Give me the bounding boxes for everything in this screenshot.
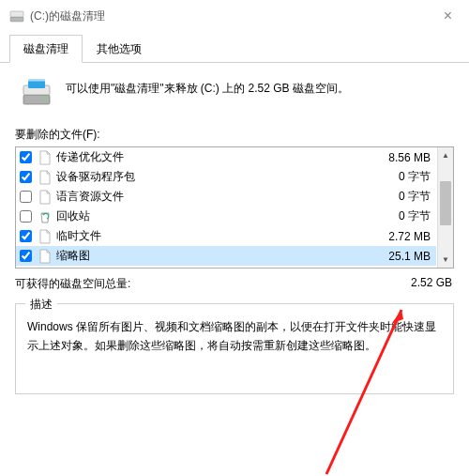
file-name: 缩略图 (56, 248, 365, 264)
file-icon (38, 170, 53, 185)
file-row[interactable]: 语言资源文件0 字节 (16, 187, 436, 207)
intro-row: 可以使用"磁盘清理"来释放 (C:) 上的 2.52 GB 磁盘空间。 (15, 76, 454, 108)
cleanup-drive-icon (21, 76, 53, 108)
file-icon (38, 229, 53, 244)
file-icon (38, 190, 53, 205)
file-size: 2.72 MB (365, 230, 431, 243)
tab-bar: 磁盘清理 其他选项 (0, 34, 469, 63)
file-row[interactable]: 缩略图25.1 MB (16, 246, 436, 266)
file-row[interactable]: 临时文件2.72 MB (16, 226, 436, 246)
content: 可以使用"磁盘清理"来释放 (C:) 上的 2.52 GB 磁盘空间。 要删除的… (0, 63, 469, 404)
file-row[interactable]: 设备驱动程序包0 字节 (16, 167, 436, 187)
titlebar: (C:)的磁盘清理 (0, 0, 469, 30)
svg-point-2 (20, 19, 22, 21)
description-legend: 描述 (25, 297, 57, 313)
file-name: 传递优化文件 (56, 149, 365, 165)
scroll-up-button[interactable]: ▲ (438, 147, 453, 163)
svg-rect-7 (28, 79, 45, 82)
file-row[interactable]: 回收站0 字节 (16, 207, 436, 226)
file-name: 临时文件 (56, 228, 365, 244)
description-text: Windows 保留所有图片、视频和文档缩略图的副本，以便在打开文件夹时能快速显… (27, 317, 442, 356)
scroll-thumb[interactable] (440, 181, 451, 225)
tab-other-options[interactable]: 其他选项 (83, 35, 156, 63)
file-checkbox[interactable] (20, 230, 32, 242)
files-label: 要删除的文件(F): (15, 127, 454, 143)
file-size: 25.1 MB (365, 250, 431, 263)
file-checkbox[interactable] (20, 250, 32, 262)
file-checkbox[interactable] (20, 171, 32, 183)
close-button[interactable]: × (436, 6, 460, 26)
description-group: 描述 Windows 保留所有图片、视频和文档缩略图的副本，以便在打开文件夹时能… (15, 303, 454, 394)
file-checkbox[interactable] (20, 210, 32, 223)
file-icon (38, 150, 53, 165)
drive-icon (9, 8, 24, 23)
file-name: 回收站 (56, 208, 365, 224)
file-row[interactable]: 传递优化文件8.56 MB (16, 147, 436, 167)
file-list: 传递优化文件8.56 MB设备驱动程序包0 字节语言资源文件0 字节回收站0 字… (15, 146, 454, 269)
total-row: 可获得的磁盘空间总量: 2.52 GB (15, 276, 454, 292)
total-label: 可获得的磁盘空间总量: (15, 276, 130, 292)
file-size: 0 字节 (365, 169, 431, 185)
file-checkbox[interactable] (20, 191, 32, 203)
file-size: 0 字节 (365, 189, 431, 205)
recycle-bin-icon (38, 209, 53, 224)
scroll-down-button[interactable]: ▼ (438, 252, 453, 268)
file-icon (38, 249, 53, 264)
file-checkbox[interactable] (20, 151, 32, 163)
window-title: (C:)的磁盘清理 (30, 8, 105, 24)
total-value: 2.52 GB (411, 276, 452, 292)
scrollbar[interactable]: ▲ ▼ (437, 147, 453, 268)
file-name: 语言资源文件 (56, 189, 365, 205)
scroll-track[interactable] (438, 163, 453, 252)
svg-rect-0 (10, 17, 23, 22)
tab-disk-cleanup[interactable]: 磁盘清理 (9, 35, 83, 63)
file-size: 0 字节 (365, 208, 431, 224)
svg-point-5 (44, 99, 47, 101)
intro-text: 可以使用"磁盘清理"来释放 (C:) 上的 2.52 GB 磁盘空间。 (66, 76, 349, 98)
file-size: 8.56 MB (365, 151, 431, 164)
file-name: 设备驱动程序包 (56, 169, 365, 185)
svg-rect-1 (10, 11, 23, 17)
